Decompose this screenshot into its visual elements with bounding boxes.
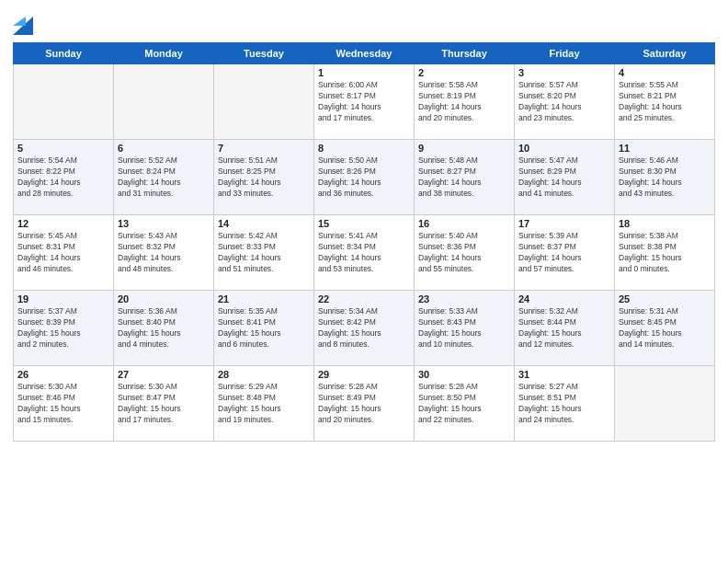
- day-info: Sunrise: 5:31 AM Sunset: 8:45 PM Dayligh…: [619, 306, 711, 350]
- day-number: 21: [218, 293, 310, 304]
- day-cell: 9Sunrise: 5:48 AM Sunset: 8:27 PM Daylig…: [415, 140, 515, 215]
- logo: [13, 9, 37, 35]
- day-cell: 18Sunrise: 5:38 AM Sunset: 8:38 PM Dayli…: [615, 215, 715, 291]
- day-number: 6: [118, 143, 210, 154]
- day-info: Sunrise: 5:47 AM Sunset: 8:29 PM Dayligh…: [518, 155, 610, 200]
- day-number: 30: [418, 369, 510, 380]
- day-number: 31: [518, 369, 610, 380]
- day-number: 23: [418, 293, 510, 304]
- day-number: 24: [518, 293, 610, 304]
- day-info: Sunrise: 5:54 AM Sunset: 8:22 PM Dayligh…: [17, 155, 109, 200]
- day-info: Sunrise: 6:00 AM Sunset: 8:17 PM Dayligh…: [318, 80, 410, 124]
- day-info: Sunrise: 5:40 AM Sunset: 8:36 PM Dayligh…: [418, 231, 510, 275]
- day-number: 27: [118, 369, 210, 380]
- day-number: 2: [418, 67, 510, 78]
- day-info: Sunrise: 5:34 AM Sunset: 8:42 PM Dayligh…: [318, 306, 410, 350]
- day-cell: 25Sunrise: 5:31 AM Sunset: 8:45 PM Dayli…: [615, 291, 715, 366]
- header-row: SundayMondayTuesdayWednesdayThursdayFrid…: [14, 43, 715, 64]
- day-cell: 8Sunrise: 5:50 AM Sunset: 8:26 PM Daylig…: [314, 140, 415, 215]
- day-number: 7: [218, 143, 310, 154]
- day-number: 19: [17, 293, 109, 304]
- day-info: Sunrise: 5:58 AM Sunset: 8:19 PM Dayligh…: [418, 80, 510, 124]
- day-number: 11: [619, 143, 711, 154]
- day-cell: 20Sunrise: 5:36 AM Sunset: 8:40 PM Dayli…: [114, 291, 214, 366]
- day-number: 16: [418, 218, 510, 229]
- day-cell: 3Sunrise: 5:57 AM Sunset: 8:20 PM Daylig…: [515, 64, 615, 140]
- day-cell: 14Sunrise: 5:42 AM Sunset: 8:33 PM Dayli…: [214, 215, 314, 291]
- day-cell: 31Sunrise: 5:27 AM Sunset: 8:51 PM Dayli…: [515, 366, 615, 442]
- day-number: 28: [218, 369, 310, 380]
- day-cell: [114, 64, 214, 140]
- col-header-tuesday: Tuesday: [214, 43, 314, 64]
- day-cell: 12Sunrise: 5:45 AM Sunset: 8:31 PM Dayli…: [14, 215, 114, 291]
- day-number: 9: [418, 143, 510, 154]
- day-info: Sunrise: 5:42 AM Sunset: 8:33 PM Dayligh…: [218, 231, 310, 275]
- col-header-wednesday: Wednesday: [314, 43, 415, 64]
- col-header-saturday: Saturday: [615, 43, 715, 64]
- day-info: Sunrise: 5:33 AM Sunset: 8:43 PM Dayligh…: [418, 306, 510, 350]
- day-info: Sunrise: 5:43 AM Sunset: 8:32 PM Dayligh…: [118, 231, 210, 275]
- day-info: Sunrise: 5:38 AM Sunset: 8:38 PM Dayligh…: [619, 231, 711, 275]
- day-number: 17: [518, 218, 610, 229]
- day-cell: 1Sunrise: 6:00 AM Sunset: 8:17 PM Daylig…: [314, 64, 415, 140]
- page: SundayMondayTuesdayWednesdayThursdayFrid…: [0, 0, 728, 563]
- day-cell: 21Sunrise: 5:35 AM Sunset: 8:41 PM Dayli…: [214, 291, 314, 366]
- day-number: 18: [619, 218, 711, 229]
- day-number: 26: [17, 369, 109, 380]
- col-header-friday: Friday: [515, 43, 615, 64]
- day-number: 8: [318, 143, 410, 154]
- day-cell: 5Sunrise: 5:54 AM Sunset: 8:22 PM Daylig…: [14, 140, 114, 215]
- day-info: Sunrise: 5:36 AM Sunset: 8:40 PM Dayligh…: [118, 306, 210, 350]
- day-number: 22: [318, 293, 410, 304]
- week-row-4: 19Sunrise: 5:37 AM Sunset: 8:39 PM Dayli…: [14, 291, 715, 366]
- day-info: Sunrise: 5:57 AM Sunset: 8:20 PM Dayligh…: [518, 80, 610, 124]
- day-cell: 15Sunrise: 5:41 AM Sunset: 8:34 PM Dayli…: [314, 215, 415, 291]
- week-row-3: 12Sunrise: 5:45 AM Sunset: 8:31 PM Dayli…: [14, 215, 715, 291]
- day-cell: 17Sunrise: 5:39 AM Sunset: 8:37 PM Dayli…: [515, 215, 615, 291]
- day-cell: 11Sunrise: 5:46 AM Sunset: 8:30 PM Dayli…: [615, 140, 715, 215]
- day-cell: 30Sunrise: 5:28 AM Sunset: 8:50 PM Dayli…: [415, 366, 515, 442]
- day-info: Sunrise: 5:30 AM Sunset: 8:47 PM Dayligh…: [118, 382, 210, 426]
- day-number: 20: [118, 293, 210, 304]
- day-info: Sunrise: 5:50 AM Sunset: 8:26 PM Dayligh…: [318, 155, 410, 200]
- day-info: Sunrise: 5:32 AM Sunset: 8:44 PM Dayligh…: [518, 306, 610, 350]
- day-number: 14: [218, 218, 310, 229]
- day-number: 10: [518, 143, 610, 154]
- day-number: 12: [17, 218, 109, 229]
- day-info: Sunrise: 5:35 AM Sunset: 8:41 PM Dayligh…: [218, 306, 310, 350]
- day-cell: 22Sunrise: 5:34 AM Sunset: 8:42 PM Dayli…: [314, 291, 415, 366]
- header: [13, 9, 715, 35]
- day-info: Sunrise: 5:37 AM Sunset: 8:39 PM Dayligh…: [17, 306, 109, 350]
- day-cell: [214, 64, 314, 140]
- col-header-thursday: Thursday: [415, 43, 515, 64]
- day-info: Sunrise: 5:45 AM Sunset: 8:31 PM Dayligh…: [17, 231, 109, 275]
- col-header-sunday: Sunday: [14, 43, 114, 64]
- day-number: 29: [318, 369, 410, 380]
- day-cell: 2Sunrise: 5:58 AM Sunset: 8:19 PM Daylig…: [415, 64, 515, 140]
- day-cell: 26Sunrise: 5:30 AM Sunset: 8:46 PM Dayli…: [14, 366, 114, 442]
- day-info: Sunrise: 5:29 AM Sunset: 8:48 PM Dayligh…: [218, 382, 310, 426]
- calendar: SundayMondayTuesdayWednesdayThursdayFrid…: [13, 42, 715, 442]
- day-info: Sunrise: 5:51 AM Sunset: 8:25 PM Dayligh…: [218, 155, 310, 200]
- svg-marker-1: [13, 17, 26, 26]
- week-row-1: 1Sunrise: 6:00 AM Sunset: 8:17 PM Daylig…: [14, 64, 715, 140]
- day-number: 5: [17, 143, 109, 154]
- day-cell: 19Sunrise: 5:37 AM Sunset: 8:39 PM Dayli…: [14, 291, 114, 366]
- logo-icon: [13, 9, 33, 35]
- day-cell: 29Sunrise: 5:28 AM Sunset: 8:49 PM Dayli…: [314, 366, 415, 442]
- day-info: Sunrise: 5:46 AM Sunset: 8:30 PM Dayligh…: [619, 155, 711, 200]
- day-info: Sunrise: 5:27 AM Sunset: 8:51 PM Dayligh…: [518, 382, 610, 426]
- day-cell: 27Sunrise: 5:30 AM Sunset: 8:47 PM Dayli…: [114, 366, 214, 442]
- day-cell: 6Sunrise: 5:52 AM Sunset: 8:24 PM Daylig…: [114, 140, 214, 215]
- day-cell: 4Sunrise: 5:55 AM Sunset: 8:21 PM Daylig…: [615, 64, 715, 140]
- day-number: 13: [118, 218, 210, 229]
- day-number: 4: [619, 67, 711, 78]
- day-cell: 7Sunrise: 5:51 AM Sunset: 8:25 PM Daylig…: [214, 140, 314, 215]
- col-header-monday: Monday: [114, 43, 214, 64]
- day-cell: [615, 366, 715, 442]
- day-info: Sunrise: 5:28 AM Sunset: 8:50 PM Dayligh…: [418, 382, 510, 426]
- day-cell: 16Sunrise: 5:40 AM Sunset: 8:36 PM Dayli…: [415, 215, 515, 291]
- day-cell: 23Sunrise: 5:33 AM Sunset: 8:43 PM Dayli…: [415, 291, 515, 366]
- day-info: Sunrise: 5:30 AM Sunset: 8:46 PM Dayligh…: [17, 382, 109, 426]
- day-cell: 24Sunrise: 5:32 AM Sunset: 8:44 PM Dayli…: [515, 291, 615, 366]
